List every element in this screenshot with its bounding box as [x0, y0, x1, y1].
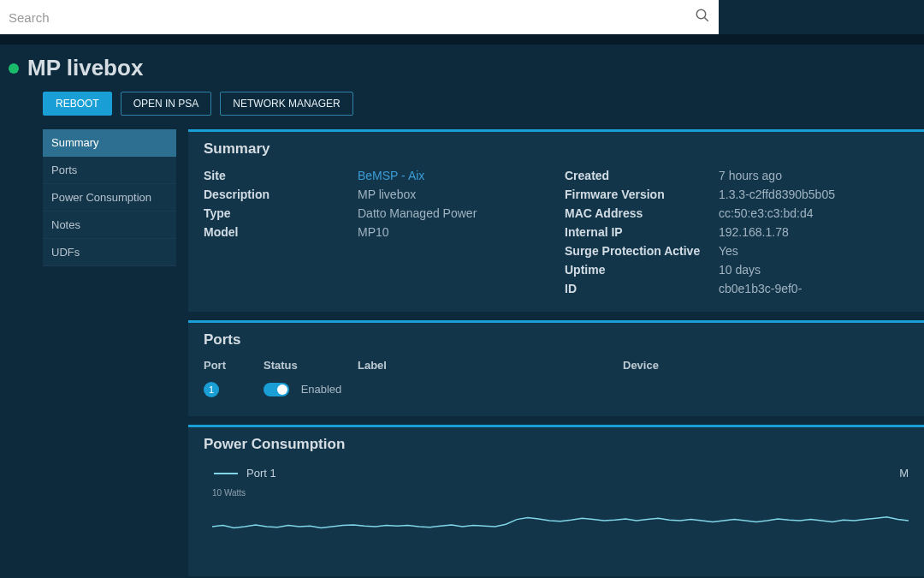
page-header: MP livebox: [0, 45, 924, 86]
reboot-button[interactable]: REBOOT: [43, 92, 112, 116]
col-label-header: Label: [358, 359, 623, 372]
surge-value: Yes: [719, 244, 738, 258]
description-label: Description: [204, 188, 358, 201]
power-panel: Power Consumption Port 1 M 10 Watts: [188, 425, 924, 576]
main-content: Summary SiteBeMSP - Aix DescriptionMP li…: [188, 129, 924, 576]
legend-port-label: Port 1: [246, 467, 276, 480]
surge-label: Surge Protection Active: [565, 244, 719, 258]
search-icon[interactable]: [695, 8, 710, 27]
created-value: 7 hours ago: [719, 169, 782, 182]
type-label: Type: [204, 206, 358, 220]
chart-area: 10 Watts: [188, 483, 924, 563]
svg-point-0: [696, 9, 706, 19]
action-row: REBOOT OPEN IN PSA NETWORK MANAGER: [0, 86, 924, 129]
summary-panel-title: Summary: [188, 132, 924, 163]
description-value: MP livebox: [358, 188, 416, 201]
sidebar-item-udfs[interactable]: UDFs: [43, 239, 176, 266]
uptime-label: Uptime: [565, 263, 719, 277]
site-value[interactable]: BeMSP - Aix: [358, 169, 424, 182]
header-strip: [0, 34, 924, 45]
mac-value: cc:50:e3:c3:bd:d4: [719, 206, 814, 220]
id-value: cb0e1b3c-9ef0-: [719, 282, 802, 295]
power-panel-title: Power Consumption: [188, 427, 924, 458]
sidebar-item-summary[interactable]: Summary: [43, 129, 176, 157]
sidebar-item-notes[interactable]: Notes: [43, 212, 176, 239]
summary-col-right: Created7 hours ago Firmware Version1.3.3…: [565, 166, 909, 298]
mac-label: MAC Address: [565, 206, 719, 220]
status-dot-icon: [9, 63, 19, 74]
ip-value: 192.168.1.78: [719, 225, 789, 239]
sidebar: Summary Ports Power Consumption Notes UD…: [43, 129, 176, 576]
model-value: MP10: [358, 225, 389, 239]
type-value: Datto Managed Power: [358, 206, 477, 220]
network-manager-button[interactable]: NETWORK MANAGER: [220, 92, 352, 116]
uptime-value: 10 days: [719, 263, 761, 277]
port-status-toggle[interactable]: [264, 383, 289, 396]
model-label: Model: [204, 225, 358, 239]
power-legend: Port 1 M: [188, 458, 924, 483]
sidebar-item-ports[interactable]: Ports: [43, 157, 176, 184]
page-title: MP livebox: [27, 55, 143, 81]
site-label: Site: [204, 169, 358, 182]
search-input[interactable]: [9, 10, 695, 25]
chart-y-label: 10 Watts: [212, 488, 909, 498]
ports-panel: Ports Port Status Label Device 1 Enabled: [188, 320, 924, 416]
ports-row: 1 Enabled: [188, 377, 924, 402]
firmware-label: Firmware Version: [565, 188, 719, 201]
ip-label: Internal IP: [565, 225, 719, 239]
port-status-label: Enabled: [301, 383, 342, 396]
port-badge: 1: [204, 382, 219, 397]
legend-right-label: M: [899, 467, 909, 480]
layout: Summary Ports Power Consumption Notes UD…: [0, 129, 924, 576]
search-bar: [0, 0, 719, 34]
id-label: ID: [565, 282, 719, 295]
power-chart: [212, 503, 909, 563]
created-label: Created: [565, 169, 719, 182]
summary-panel: Summary SiteBeMSP - Aix DescriptionMP li…: [188, 129, 924, 312]
legend-line-icon: [214, 473, 238, 474]
summary-col-left: SiteBeMSP - Aix DescriptionMP livebox Ty…: [204, 166, 548, 298]
svg-line-1: [704, 17, 708, 21]
col-status-header: Status: [264, 359, 358, 372]
col-port-header: Port: [204, 359, 264, 372]
firmware-value: 1.3.3-c2ffd8390b5b05: [719, 188, 835, 201]
sidebar-item-power-consumption[interactable]: Power Consumption: [43, 184, 176, 212]
ports-header-row: Port Status Label Device: [188, 354, 924, 377]
ports-panel-title: Ports: [188, 323, 924, 354]
col-device-header: Device: [623, 359, 659, 372]
open-in-psa-button[interactable]: OPEN IN PSA: [121, 92, 212, 116]
